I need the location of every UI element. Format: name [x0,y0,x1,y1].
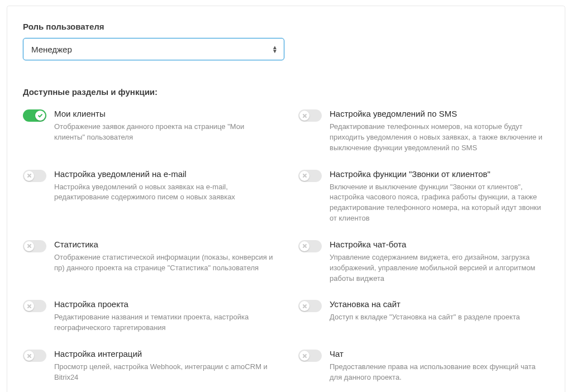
close-icon [299,351,309,361]
feature-content: Настройка функции "Звонки от клиентов"Вк… [330,169,549,224]
feature-title: Статистика [54,240,274,249]
feature-title: Настройка функции "Звонки от клиентов" [330,169,549,179]
feature-toggle[interactable] [298,300,322,312]
feature-item: Настройка проектаРедактирование названия… [23,299,274,333]
feature-content: СтатистикаОтображение статистической инф… [54,240,274,274]
feature-item: Установка на сайтДоступ к вкладке "Устан… [298,299,549,333]
feature-content: Настройка уведомлений на e-mailНастройка… [54,169,274,203]
feature-item: СтатистикаОтображение статистической инф… [23,240,274,284]
feature-title: Настройка проекта [54,299,274,309]
feature-toggle[interactable] [23,109,46,122]
feature-content: ЧатПредоставление права на использование… [330,349,549,383]
feature-title: Настройка уведомлений на e-mail [54,169,274,179]
feature-title: Чат [330,349,549,358]
feature-content: Настройка проектаРедактирование названия… [54,299,274,333]
permissions-panel: Роль пользователя Менеджер ▲▼ Доступные … [7,6,565,392]
feature-content: Настройка уведомлений по SMSРедактирован… [330,109,549,154]
feature-content: Установка на сайтДоступ к вкладке "Устан… [330,299,549,323]
feature-desc: Настройка уведомлений о новых заявках на… [54,182,274,203]
feature-desc: Предоставление права на использование вс… [330,362,549,383]
feature-desc: Отображение заявок данного проекта на ст… [54,122,274,143]
close-icon [299,301,309,311]
feature-desc: Включение и выключение функции "Звонки о… [330,182,549,224]
feature-item: Мои клиентыОтображение заявок данного пр… [23,109,274,154]
feature-toggle[interactable] [298,170,322,182]
role-select[interactable]: Менеджер [23,38,284,60]
feature-grid: Мои клиентыОтображение заявок данного пр… [23,109,549,383]
feature-content: Мои клиентыОтображение заявок данного пр… [54,109,274,143]
feature-content: Настройка интеграцийПросмотр целей, наст… [54,349,274,383]
feature-desc: Редактирование телефонных номеров, на ко… [330,122,549,154]
check-icon [35,111,45,121]
feature-title: Установка на сайт [330,299,549,309]
feature-desc: Редактирование названия и тематики проек… [54,312,274,333]
feature-toggle[interactable] [23,240,46,252]
close-icon [299,111,309,121]
close-icon [24,241,34,251]
feature-title: Настройка чат-бота [330,240,549,249]
close-icon [24,351,34,361]
feature-toggle[interactable] [298,350,322,362]
feature-toggle[interactable] [298,240,322,252]
feature-item: ЧатПредоставление права на использование… [298,349,549,383]
feature-toggle[interactable] [23,350,46,362]
feature-toggle[interactable] [23,300,46,312]
role-label: Роль пользователя [23,22,549,31]
close-icon [24,171,34,181]
feature-item: Настройка уведомлений по SMSРедактирован… [298,109,549,154]
feature-desc: Отображение статистической информации (п… [54,252,274,274]
close-icon [24,301,34,311]
feature-desc: Доступ к вкладке "Установка на сайт" в р… [330,312,549,323]
close-icon [299,171,309,181]
feature-title: Мои клиенты [54,109,274,118]
section-title: Доступные разделы и функции: [23,87,549,97]
close-icon [299,241,309,251]
feature-content: Настройка чат-ботаУправление содержанием… [330,240,549,284]
feature-item: Настройка чат-ботаУправление содержанием… [298,240,549,284]
feature-title: Настройка интеграций [54,349,274,358]
feature-title: Настройка уведомлений по SMS [330,109,549,118]
feature-toggle[interactable] [298,109,322,122]
feature-toggle[interactable] [23,170,46,182]
feature-item: Настройка функции "Звонки от клиентов"Вк… [298,169,549,224]
feature-desc: Просмотр целей, настройка Webhook, интег… [54,362,274,383]
role-select-wrap: Менеджер ▲▼ [23,38,284,60]
feature-item: Настройка уведомлений на e-mailНастройка… [23,169,274,224]
feature-item: Настройка интеграцийПросмотр целей, наст… [23,349,274,383]
feature-desc: Управление содержанием виджета, его диза… [330,252,549,284]
